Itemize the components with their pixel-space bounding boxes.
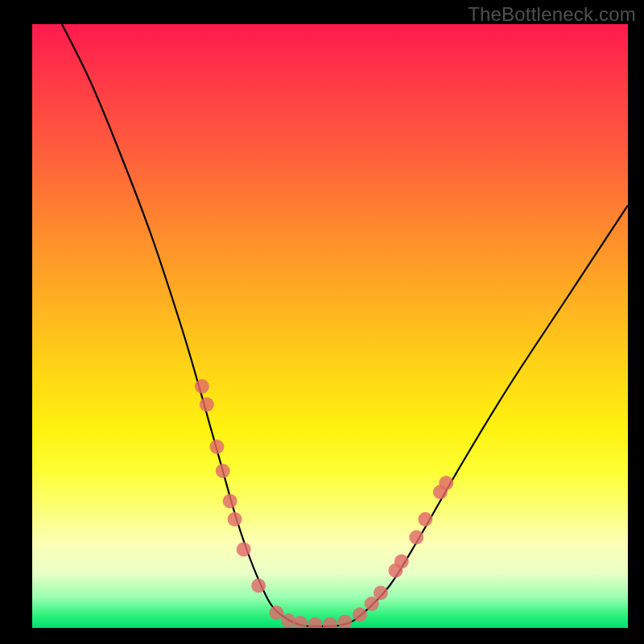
highlight-point (228, 512, 242, 526)
bottleneck-curve (62, 24, 628, 626)
chart-svg (32, 24, 628, 628)
highlight-point (281, 613, 295, 628)
highlight-points (195, 379, 453, 628)
highlight-point (216, 464, 230, 478)
watermark-text: TheBottleneck.com (468, 3, 636, 26)
highlight-point (308, 617, 323, 629)
highlight-point (323, 617, 337, 629)
highlight-point (374, 586, 388, 601)
highlight-point (237, 543, 251, 557)
highlight-point (439, 476, 453, 490)
highlight-point (409, 530, 423, 545)
highlight-point (269, 605, 283, 620)
highlight-point (338, 615, 353, 629)
highlight-point (353, 608, 367, 622)
highlight-point (394, 555, 409, 569)
highlight-point (200, 398, 214, 412)
highlight-point (223, 494, 237, 509)
chart-frame: TheBottleneck.com (0, 0, 644, 644)
highlight-point (195, 379, 209, 394)
chart-plot-area (32, 24, 628, 628)
highlight-point (418, 512, 432, 526)
highlight-point (293, 616, 308, 628)
highlight-point (251, 579, 266, 593)
highlight-point (209, 440, 224, 454)
